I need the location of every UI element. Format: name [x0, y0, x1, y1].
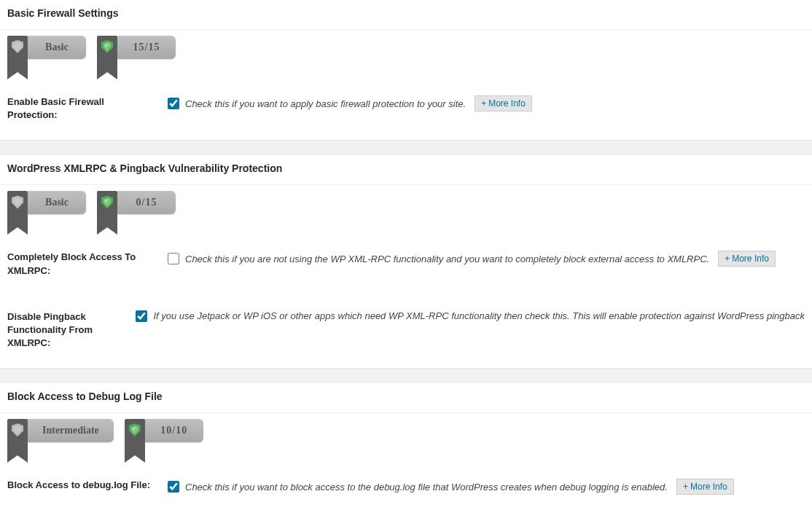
section-debuglog: Block Access to Debug Log FileIntermedia…: [0, 383, 812, 510]
option-control: Check this if you are not using the WP X…: [168, 251, 805, 267]
score-badge: 0/15: [97, 191, 176, 236]
option-desc: Check this if you want to block access t…: [185, 482, 668, 493]
option-desc: Check this if you are not using the WP X…: [185, 254, 709, 264]
plus-icon: +: [725, 254, 730, 264]
option-label: Enable Basic Firewall Protection:: [7, 95, 153, 122]
score-label: 10/10: [145, 419, 203, 442]
score-badge: 15/15: [97, 36, 176, 81]
more-info-label: More Info: [488, 98, 526, 109]
score-label: 0/15: [117, 191, 176, 214]
form-row: Enable Basic Firewall Protection:Check t…: [0, 81, 812, 140]
badges-row: Basic0/15: [0, 185, 812, 236]
shield-icon: [12, 195, 23, 208]
option-label: Completely Block Access To XMLRPC:: [7, 251, 153, 277]
ribbon: [97, 36, 117, 72]
shield-check-icon: [101, 195, 113, 208]
form-row: Block Access to debug.log File:Check thi…: [0, 464, 812, 510]
score-label: 15/15: [117, 36, 176, 59]
option-desc: Check this if you want to apply basic fi…: [185, 98, 466, 109]
more-info-label: More Info: [732, 254, 769, 264]
shield-check-icon: [101, 40, 113, 53]
plus-icon: +: [481, 98, 486, 109]
form-row: Disable Pingback Functionality From XMLR…: [0, 296, 812, 369]
ribbon: [97, 191, 117, 227]
more-info-button[interactable]: +More Info: [676, 479, 734, 495]
score-badge: 10/10: [125, 419, 203, 464]
level-badge: Intermediate: [7, 419, 114, 464]
form-row: Completely Block Access To XMLRPC:Check …: [0, 236, 812, 295]
level-label: Basic: [28, 191, 86, 214]
option-label: Block Access to debug.log File:: [7, 479, 153, 492]
more-info-button[interactable]: +More Info: [718, 251, 776, 267]
more-info-label: More Info: [690, 482, 727, 492]
level-badge: Basic: [7, 191, 86, 236]
section-heading: Block Access to Debug Log File: [0, 383, 812, 413]
option-label: Disable Pingback Functionality From XMLR…: [7, 310, 121, 350]
option-control: Check this if you want to block access t…: [168, 479, 805, 495]
level-badge: Basic: [7, 36, 86, 81]
shield-icon: [12, 40, 23, 53]
option-checkbox[interactable]: [168, 481, 179, 493]
section-heading: WordPress XMLRPC & Pingback Vulnerabilit…: [0, 155, 812, 185]
section-xmlrpc: WordPress XMLRPC & Pingback Vulnerabilit…: [0, 155, 812, 369]
option-control: Check this if you want to apply basic fi…: [168, 95, 805, 111]
more-info-button[interactable]: +More Info: [475, 95, 532, 111]
badges-row: Basic15/15: [0, 30, 812, 81]
ribbon: [7, 36, 28, 72]
ribbon: [7, 419, 28, 455]
option-control: If you use Jetpack or WP iOS or other ap…: [136, 310, 805, 322]
option-desc: If you use Jetpack or WP iOS or other ap…: [153, 310, 805, 321]
level-label: Basic: [28, 36, 86, 59]
option-checkbox[interactable]: [168, 98, 179, 109]
shield-check-icon: [129, 423, 141, 436]
shield-icon: [12, 423, 23, 436]
section-heading: Basic Firewall Settings: [0, 0, 812, 30]
option-checkbox[interactable]: [168, 253, 179, 264]
ribbon: [125, 419, 145, 455]
ribbon: [7, 191, 28, 227]
option-checkbox[interactable]: [136, 310, 147, 322]
plus-icon: +: [683, 482, 688, 492]
badges-row: Intermediate10/10: [0, 413, 812, 464]
section-basic: Basic Firewall SettingsBasic15/15Enable …: [0, 0, 812, 141]
level-label: Intermediate: [28, 419, 114, 442]
